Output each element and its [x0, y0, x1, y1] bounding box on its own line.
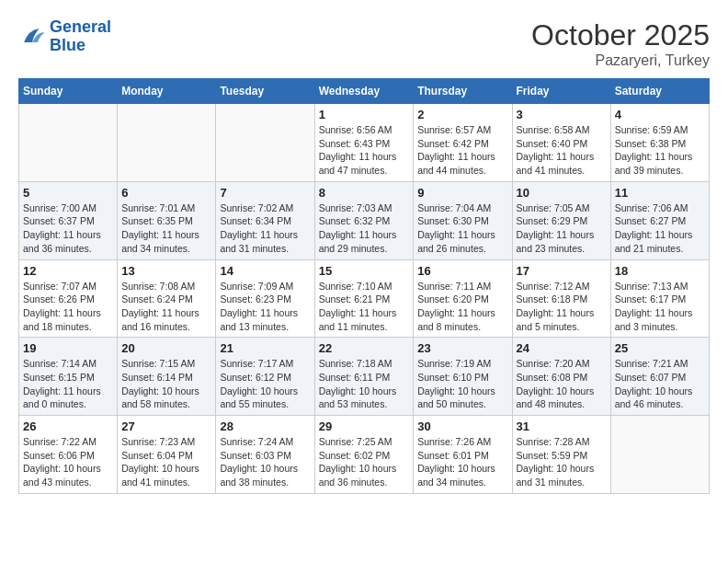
calendar-week-row: 5Sunrise: 7:00 AM Sunset: 6:37 PM Daylig…	[19, 181, 710, 259]
day-info: Sunrise: 7:23 AM Sunset: 6:04 PM Dayligh…	[121, 435, 211, 489]
day-info: Sunrise: 7:06 AM Sunset: 6:27 PM Dayligh…	[615, 201, 705, 256]
calendar-cell: 4Sunrise: 6:59 AM Sunset: 6:38 PM Daylig…	[610, 104, 709, 182]
calendar-cell: 27Sunrise: 7:23 AM Sunset: 6:04 PM Dayli…	[118, 416, 216, 494]
calendar-cell	[19, 104, 118, 182]
calendar-table: SundayMondayTuesdayWednesdayThursdayFrid…	[18, 78, 710, 494]
day-info: Sunrise: 7:17 AM Sunset: 6:12 PM Dayligh…	[220, 357, 310, 411]
day-number: 4	[615, 108, 705, 121]
weekday-header: Saturday	[610, 79, 709, 104]
day-number: 29	[319, 419, 410, 433]
calendar-cell: 17Sunrise: 7:12 AM Sunset: 6:18 PM Dayli…	[512, 259, 610, 338]
day-number: 17	[517, 264, 607, 278]
day-number: 10	[517, 186, 607, 200]
day-info: Sunrise: 7:01 AM Sunset: 6:35 PM Dayligh…	[121, 201, 211, 256]
day-number: 6	[121, 186, 211, 200]
calendar-week-row: 12Sunrise: 7:07 AM Sunset: 6:26 PM Dayli…	[19, 259, 710, 338]
day-number: 21	[220, 341, 310, 355]
calendar-cell: 18Sunrise: 7:13 AM Sunset: 6:17 PM Dayli…	[610, 259, 709, 338]
logo-line2: Blue	[50, 36, 85, 54]
logo: General Blue	[18, 18, 111, 55]
page-header: General Blue October 2025 Pazaryeri, Tur…	[18, 18, 710, 69]
calendar-cell: 19Sunrise: 7:14 AM Sunset: 6:15 PM Dayli…	[19, 338, 118, 416]
logo-text: General Blue	[50, 18, 111, 55]
weekday-header: Monday	[118, 79, 216, 104]
calendar-cell: 2Sunrise: 6:57 AM Sunset: 6:42 PM Daylig…	[414, 104, 512, 182]
day-number: 5	[23, 186, 113, 200]
day-info: Sunrise: 7:25 AM Sunset: 6:02 PM Dayligh…	[319, 435, 410, 489]
day-info: Sunrise: 7:14 AM Sunset: 6:15 PM Dayligh…	[23, 357, 113, 411]
day-info: Sunrise: 7:26 AM Sunset: 6:01 PM Dayligh…	[417, 435, 507, 489]
logo-line1: General	[50, 17, 111, 36]
day-info: Sunrise: 7:18 AM Sunset: 6:11 PM Dayligh…	[319, 357, 410, 411]
day-info: Sunrise: 7:00 AM Sunset: 6:37 PM Dayligh…	[23, 201, 113, 256]
day-number: 19	[23, 341, 113, 355]
calendar-cell	[610, 416, 709, 494]
day-info: Sunrise: 7:10 AM Sunset: 6:21 PM Dayligh…	[319, 280, 410, 334]
day-number: 9	[417, 186, 507, 200]
weekday-header: Thursday	[414, 79, 512, 104]
day-info: Sunrise: 7:03 AM Sunset: 6:32 PM Dayligh…	[319, 201, 410, 256]
calendar-cell: 7Sunrise: 7:02 AM Sunset: 6:34 PM Daylig…	[216, 181, 314, 259]
calendar-header-row: SundayMondayTuesdayWednesdayThursdayFrid…	[19, 79, 710, 104]
day-info: Sunrise: 7:05 AM Sunset: 6:29 PM Dayligh…	[517, 201, 607, 256]
calendar-week-row: 1Sunrise: 6:56 AM Sunset: 6:43 PM Daylig…	[19, 104, 710, 182]
day-info: Sunrise: 7:28 AM Sunset: 5:59 PM Dayligh…	[517, 435, 607, 489]
calendar-cell: 1Sunrise: 6:56 AM Sunset: 6:43 PM Daylig…	[314, 104, 414, 182]
day-number: 1	[319, 108, 410, 121]
day-number: 11	[615, 186, 705, 200]
day-info: Sunrise: 7:19 AM Sunset: 6:10 PM Dayligh…	[417, 357, 507, 411]
calendar-cell	[216, 104, 314, 182]
day-info: Sunrise: 7:09 AM Sunset: 6:23 PM Dayligh…	[220, 280, 310, 334]
calendar-cell: 14Sunrise: 7:09 AM Sunset: 6:23 PM Dayli…	[216, 259, 314, 338]
calendar-cell: 9Sunrise: 7:04 AM Sunset: 6:30 PM Daylig…	[414, 181, 512, 259]
calendar-cell: 25Sunrise: 7:21 AM Sunset: 6:07 PM Dayli…	[610, 338, 709, 416]
day-info: Sunrise: 7:04 AM Sunset: 6:30 PM Dayligh…	[417, 201, 507, 256]
day-info: Sunrise: 7:07 AM Sunset: 6:26 PM Dayligh…	[23, 280, 113, 334]
calendar-cell: 13Sunrise: 7:08 AM Sunset: 6:24 PM Dayli…	[118, 259, 216, 338]
calendar-cell: 26Sunrise: 7:22 AM Sunset: 6:06 PM Dayli…	[19, 416, 118, 494]
day-number: 12	[23, 264, 113, 278]
day-info: Sunrise: 6:59 AM Sunset: 6:38 PM Dayligh…	[615, 123, 705, 178]
calendar-cell: 12Sunrise: 7:07 AM Sunset: 6:26 PM Dayli…	[19, 259, 118, 338]
day-number: 25	[615, 341, 705, 355]
day-number: 26	[23, 419, 113, 433]
calendar-cell: 5Sunrise: 7:00 AM Sunset: 6:37 PM Daylig…	[19, 181, 118, 259]
logo-icon	[18, 23, 46, 51]
calendar-cell: 22Sunrise: 7:18 AM Sunset: 6:11 PM Dayli…	[314, 338, 414, 416]
calendar-cell: 6Sunrise: 7:01 AM Sunset: 6:35 PM Daylig…	[118, 181, 216, 259]
day-info: Sunrise: 6:57 AM Sunset: 6:42 PM Dayligh…	[417, 123, 507, 178]
calendar-cell: 3Sunrise: 6:58 AM Sunset: 6:40 PM Daylig…	[512, 104, 610, 182]
calendar-cell: 21Sunrise: 7:17 AM Sunset: 6:12 PM Dayli…	[216, 338, 314, 416]
calendar-cell: 11Sunrise: 7:06 AM Sunset: 6:27 PM Dayli…	[610, 181, 709, 259]
calendar-cell: 10Sunrise: 7:05 AM Sunset: 6:29 PM Dayli…	[512, 181, 610, 259]
day-number: 23	[417, 341, 507, 355]
calendar-cell: 8Sunrise: 7:03 AM Sunset: 6:32 PM Daylig…	[314, 181, 414, 259]
weekday-header: Wednesday	[314, 79, 414, 104]
day-number: 31	[517, 419, 607, 433]
calendar-cell: 15Sunrise: 7:10 AM Sunset: 6:21 PM Dayli…	[314, 259, 414, 338]
day-number: 16	[417, 264, 507, 278]
day-info: Sunrise: 6:56 AM Sunset: 6:43 PM Dayligh…	[319, 123, 410, 178]
day-info: Sunrise: 7:12 AM Sunset: 6:18 PM Dayligh…	[517, 280, 607, 334]
calendar-cell: 30Sunrise: 7:26 AM Sunset: 6:01 PM Dayli…	[414, 416, 512, 494]
day-number: 18	[615, 264, 705, 278]
day-info: Sunrise: 7:15 AM Sunset: 6:14 PM Dayligh…	[121, 357, 211, 411]
day-info: Sunrise: 7:20 AM Sunset: 6:08 PM Dayligh…	[517, 357, 607, 411]
day-info: Sunrise: 7:11 AM Sunset: 6:20 PM Dayligh…	[417, 280, 507, 334]
day-number: 14	[220, 264, 310, 278]
calendar-cell: 24Sunrise: 7:20 AM Sunset: 6:08 PM Dayli…	[512, 338, 610, 416]
day-number: 20	[121, 341, 211, 355]
day-number: 28	[220, 419, 310, 433]
calendar-cell: 16Sunrise: 7:11 AM Sunset: 6:20 PM Dayli…	[414, 259, 512, 338]
calendar-cell: 20Sunrise: 7:15 AM Sunset: 6:14 PM Dayli…	[118, 338, 216, 416]
day-number: 30	[417, 419, 507, 433]
weekday-header: Friday	[512, 79, 610, 104]
day-info: Sunrise: 7:24 AM Sunset: 6:03 PM Dayligh…	[220, 435, 310, 489]
calendar-week-row: 19Sunrise: 7:14 AM Sunset: 6:15 PM Dayli…	[19, 338, 710, 416]
weekday-header: Tuesday	[216, 79, 314, 104]
location-title: Pazaryeri, Turkey	[531, 52, 710, 69]
calendar-cell: 23Sunrise: 7:19 AM Sunset: 6:10 PM Dayli…	[414, 338, 512, 416]
day-number: 15	[319, 264, 410, 278]
calendar-cell: 29Sunrise: 7:25 AM Sunset: 6:02 PM Dayli…	[314, 416, 414, 494]
day-number: 24	[517, 341, 607, 355]
